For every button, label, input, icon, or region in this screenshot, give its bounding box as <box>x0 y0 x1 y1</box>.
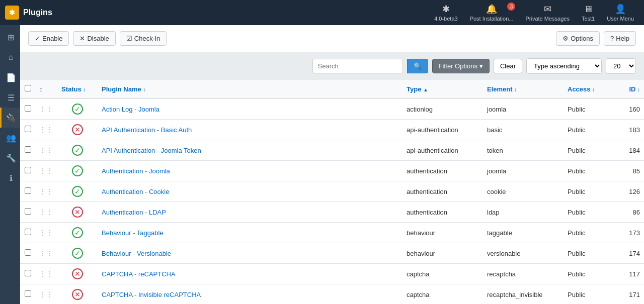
row-checkbox[interactable] <box>25 249 31 256</box>
row-checkbox[interactable] <box>25 229 31 235</box>
drag-handle-cell: ⋮⋮ <box>35 264 57 284</box>
enabled-icon[interactable]: ✓ <box>72 186 83 197</box>
type-value: authentication <box>407 167 447 175</box>
table-header-row: ↕ Status ↕ Plugin Name ↕ Type ▲ <box>20 80 644 98</box>
row-checkbox[interactable] <box>25 105 31 112</box>
sidebar-item-articles[interactable]: 📄 <box>0 67 20 87</box>
navbar-item-notifications[interactable]: 🔔 3 Post Installation... <box>465 2 519 24</box>
plugin-name-link[interactable]: CAPTCHA - reCAPTCHA <box>102 270 176 278</box>
element-sort-icon: ↕ <box>514 87 517 92</box>
help-button[interactable]: ? Help <box>604 31 636 46</box>
search-input[interactable] <box>312 59 403 73</box>
plugin-name-link[interactable]: API Authentication - Basic Auth <box>102 126 192 134</box>
row-checkbox[interactable] <box>25 146 31 153</box>
enabled-icon[interactable]: ✓ <box>72 145 83 156</box>
enabled-icon[interactable]: ✓ <box>72 248 83 259</box>
th-id[interactable]: ID ↕ <box>614 80 644 98</box>
main-content: ✓ Enable ✕ Disable ☑ Check-in ⚙ Options … <box>20 25 644 304</box>
th-plugin-name[interactable]: Plugin Name ↕ <box>98 80 403 98</box>
plugin-name-link[interactable]: API Authentication - Joomla Token <box>102 147 201 154</box>
sidebar-item-plugins[interactable]: 🔌 <box>0 108 20 128</box>
sort-order-icon: ↕ <box>39 85 43 93</box>
plugin-name-link[interactable]: Authentication - Joomla <box>102 167 170 175</box>
navbar-item-joomla[interactable]: ✱ 4.0-beta3 <box>429 2 462 24</box>
tools-icon: 🔧 <box>6 153 16 163</box>
drag-handle-icon[interactable]: ⋮⋮ <box>39 105 53 113</box>
th-order[interactable]: ↕ <box>35 80 57 98</box>
disabled-icon[interactable]: ✕ <box>72 124 83 135</box>
navbar-item-user-menu[interactable]: 👤 User Menu <box>602 2 639 24</box>
sidebar-item-dashboard[interactable]: ⊞ <box>0 27 20 47</box>
users-icon: 👥 <box>6 133 16 143</box>
sort-select[interactable]: Type ascendingType descendingName ascend… <box>526 58 602 74</box>
drag-handle-icon[interactable]: ⋮⋮ <box>39 208 53 216</box>
enabled-icon[interactable]: ✓ <box>72 227 83 238</box>
element-cell: basic <box>483 120 564 140</box>
sidebar: ⊞ ⌂ 📄 ☰ 🔌 👥 🔧 ℹ <box>0 25 20 304</box>
plugin-name-cell: Behaviour - Versionable <box>98 243 403 264</box>
dashboard-icon: ⊞ <box>8 33 14 42</box>
id-sort-icon: ↕ <box>637 87 640 92</box>
select-all-checkbox[interactable] <box>25 85 31 91</box>
th-type[interactable]: Type ▲ <box>403 80 483 98</box>
per-page-select[interactable]: 51015202550100 <box>606 58 636 74</box>
drag-handle-icon[interactable]: ⋮⋮ <box>39 187 53 195</box>
table-row: ⋮⋮ ✕ CAPTCHA - Invisible reCAPTCHA captc… <box>20 284 644 305</box>
row-checkbox[interactable] <box>25 126 31 132</box>
element-cell: ldap <box>483 202 564 223</box>
id-value: 174 <box>629 250 640 257</box>
disabled-icon[interactable]: ✕ <box>72 268 83 279</box>
plugin-name-link[interactable]: Authentication - Cookie <box>102 188 169 195</box>
drag-handle-icon[interactable]: ⋮⋮ <box>39 146 53 154</box>
sidebar-item-home[interactable]: ⌂ <box>0 47 20 67</box>
row-checkbox-cell <box>20 264 35 284</box>
row-checkbox[interactable] <box>25 208 31 215</box>
sidebar-item-users[interactable]: 👥 <box>0 128 20 148</box>
options-button[interactable]: ⚙ Options <box>556 31 600 46</box>
status-cell: ✓ <box>57 161 98 181</box>
plugin-name-link[interactable]: Behaviour - Taggable <box>102 229 164 237</box>
th-element[interactable]: Element ↕ <box>483 80 564 98</box>
times-icon: ✕ <box>79 35 85 42</box>
row-checkbox[interactable] <box>25 270 31 276</box>
plugin-name-link[interactable]: CAPTCHA - Invisible reCAPTCHA <box>102 291 201 298</box>
type-cell: api-authentication <box>403 140 483 161</box>
search-button[interactable]: 🔍 <box>407 59 428 73</box>
drag-handle-icon[interactable]: ⋮⋮ <box>39 126 53 134</box>
navbar-item-frontend[interactable]: 🖥 Test1 <box>577 2 600 24</box>
access-cell: Public <box>564 223 614 243</box>
drag-handle-icon[interactable]: ⋮⋮ <box>39 290 53 298</box>
row-checkbox[interactable] <box>25 187 31 194</box>
type-cell: captcha <box>403 264 483 284</box>
drag-handle-icon[interactable]: ⋮⋮ <box>39 229 53 237</box>
plugin-name-link[interactable]: Action Log - Joomla <box>102 106 159 113</box>
navbar-item-messages[interactable]: ✉ Private Messages <box>520 2 574 24</box>
sidebar-item-menus[interactable]: ☰ <box>0 87 20 108</box>
row-checkbox[interactable] <box>25 290 31 297</box>
checkin-button[interactable]: ☑ Check-in <box>120 31 167 46</box>
drag-handle-cell: ⋮⋮ <box>35 120 57 140</box>
enabled-icon[interactable]: ✓ <box>72 165 83 176</box>
enabled-icon[interactable]: ✓ <box>72 104 83 115</box>
disable-button[interactable]: ✕ Disable <box>73 31 115 46</box>
enable-button[interactable]: ✓ Enable <box>28 31 69 46</box>
sidebar-item-info[interactable]: ℹ <box>0 168 20 188</box>
disabled-icon[interactable]: ✕ <box>72 207 83 218</box>
filter-options-button[interactable]: Filter Options ▾ <box>432 59 490 73</box>
element-value: joomla <box>487 167 506 175</box>
disabled-icon[interactable]: ✕ <box>72 289 83 300</box>
drag-handle-icon[interactable]: ⋮⋮ <box>39 167 53 175</box>
drag-handle-icon[interactable]: ⋮⋮ <box>39 249 53 257</box>
clear-button[interactable]: Clear <box>494 59 522 73</box>
id-cell: 86 <box>614 202 644 223</box>
drag-handle-cell: ⋮⋮ <box>35 284 57 305</box>
access-cell: Public <box>564 120 614 140</box>
plugin-name-link[interactable]: Authentication - LDAP <box>102 209 166 216</box>
th-status[interactable]: Status ↕ <box>57 80 98 98</box>
row-checkbox[interactable] <box>25 167 31 173</box>
plugin-name-link[interactable]: Behaviour - Versionable <box>102 250 171 257</box>
element-cell: versionable <box>483 243 564 264</box>
drag-handle-icon[interactable]: ⋮⋮ <box>39 270 53 278</box>
sidebar-item-tools[interactable]: 🔧 <box>0 148 20 168</box>
th-access[interactable]: Access ↕ <box>564 80 614 98</box>
